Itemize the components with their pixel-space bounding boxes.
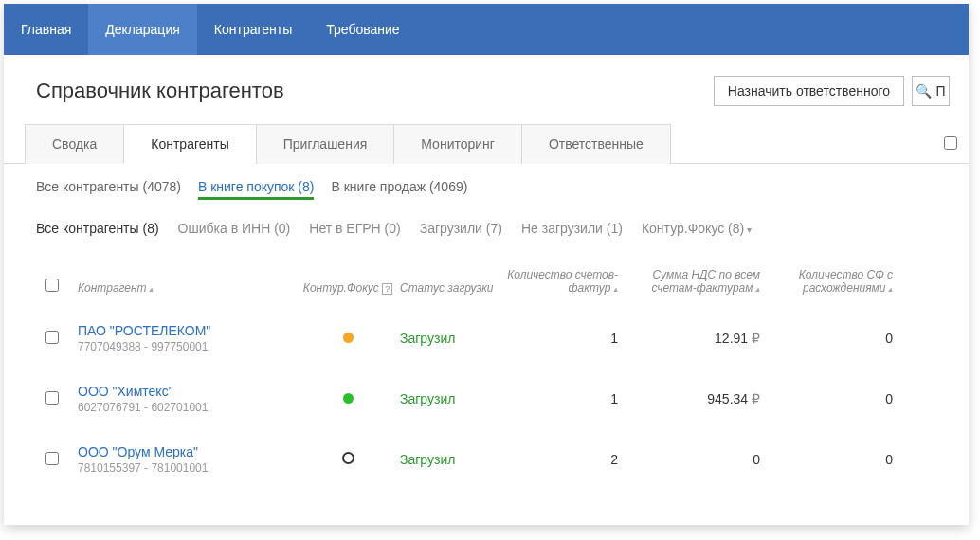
row-checkbox[interactable]	[45, 331, 59, 344]
row-checkbox[interactable]	[45, 391, 59, 405]
tab-summary[interactable]: Сводка	[25, 124, 124, 164]
tab-monitoring[interactable]: Мониторинг	[393, 124, 522, 164]
subtab-all[interactable]: Все контрагенты (4078)	[36, 179, 181, 194]
page-header: Справочник контрагентов Назначить ответс…	[4, 55, 969, 123]
filter-no-egrn[interactable]: Нет в ЕГРН (0)	[309, 221, 400, 236]
focus-dot-icon	[342, 452, 354, 464]
diff-count: 0	[760, 391, 893, 406]
table-row: ООО "Химтекс" 6027076791 - 602701001 Заг…	[4, 369, 969, 429]
diff-count: 0	[760, 452, 893, 467]
sub-tabs: Все контрагенты (4078) В книге покупок (…	[4, 164, 969, 204]
tab-invitations[interactable]: Приглашения	[256, 124, 395, 164]
col-sum[interactable]: Сумма НДС по всем счетам-фактурам	[618, 268, 760, 295]
col-status[interactable]: Статус загрузки	[400, 281, 504, 295]
nav-counterparties[interactable]: Контрагенты	[197, 4, 309, 55]
counterparty-ids: 7810155397 - 781001001	[78, 461, 296, 475]
col-diff[interactable]: Количество СФ с расхождениями	[760, 268, 893, 295]
filter-all[interactable]: Все контрагенты (8)	[36, 221, 159, 236]
filter-row: Все контрагенты (8) Ошибка в ИНН (0) Нет…	[4, 204, 969, 245]
page-title: Справочник контрагентов	[36, 79, 284, 103]
vat-sum: 12.91	[715, 331, 760, 346]
focus-dot-icon	[343, 393, 354, 404]
diff-count: 0	[760, 331, 893, 346]
tabs: Сводка Контрагенты Приглашения Мониторин…	[4, 123, 969, 164]
vat-sum: 0	[618, 452, 760, 467]
counterparty-link[interactable]: ООО "Химтекс"	[78, 384, 296, 399]
table-row: ПАО "РОСТЕЛЕКОМ" 7707049388 - 997750001 …	[4, 308, 969, 369]
filter-kontur-focus[interactable]: Контур.Фокус (8)	[642, 221, 752, 236]
col-count[interactable]: Количество счетов-фактур	[504, 268, 618, 295]
subtab-purchases[interactable]: В книге покупок (8)	[198, 179, 315, 194]
col-counterparty[interactable]: Контрагент	[78, 281, 296, 295]
vat-sum: 945.34	[707, 391, 760, 406]
filter-uploaded[interactable]: Загрузили (7)	[420, 221, 502, 236]
counterparty-link[interactable]: ПАО "РОСТЕЛЕКОМ"	[78, 323, 296, 338]
nav-requirement[interactable]: Требование	[309, 4, 416, 55]
help-icon[interactable]: ?	[382, 283, 392, 295]
nav-declaration[interactable]: Декларация	[88, 4, 197, 55]
tab-counterparties[interactable]: Контрагенты	[123, 124, 256, 164]
invoice-count: 1	[504, 391, 618, 406]
invoice-count: 2	[504, 452, 618, 467]
invoice-count: 1	[504, 331, 618, 346]
status-text: Загрузил	[400, 331, 504, 346]
search-hint: П	[935, 83, 945, 99]
tab-responsible[interactable]: Ответственные	[521, 124, 671, 164]
filter-inn-error[interactable]: Ошибка в ИНН (0)	[178, 221, 291, 236]
show-all-checkbox[interactable]	[944, 136, 957, 150]
assign-responsible-button[interactable]: Назначить ответственного	[714, 76, 904, 106]
status-text: Загрузил	[400, 452, 504, 467]
select-all-checkbox[interactable]	[45, 279, 59, 292]
subtab-sales[interactable]: В книге продаж (4069)	[331, 179, 467, 194]
row-checkbox[interactable]	[45, 452, 59, 465]
col-focus[interactable]: Контур.Фокус ?	[296, 281, 400, 295]
filter-not-uploaded[interactable]: Не загрузили (1)	[521, 221, 623, 236]
focus-dot-icon	[343, 333, 354, 343]
status-text: Загрузил	[400, 391, 504, 406]
search-icon: 🔍	[916, 83, 932, 99]
data-table: Контрагент Контур.Фокус ? Статус загрузк…	[4, 245, 969, 490]
table-header: Контрагент Контур.Фокус ? Статус загрузк…	[4, 245, 969, 308]
counterparty-ids: 7707049388 - 997750001	[78, 340, 296, 353]
counterparty-link[interactable]: ООО "Орум Мерка"	[78, 444, 296, 459]
counterparty-ids: 6027076791 - 602701001	[78, 401, 296, 414]
top-nav: Главная Декларация Контрагенты Требовани…	[4, 4, 969, 55]
search-button[interactable]: 🔍 П	[912, 76, 950, 106]
table-row: ООО "Орум Мерка" 7810155397 - 781001001 …	[4, 429, 969, 490]
nav-main[interactable]: Главная	[4, 4, 88, 55]
